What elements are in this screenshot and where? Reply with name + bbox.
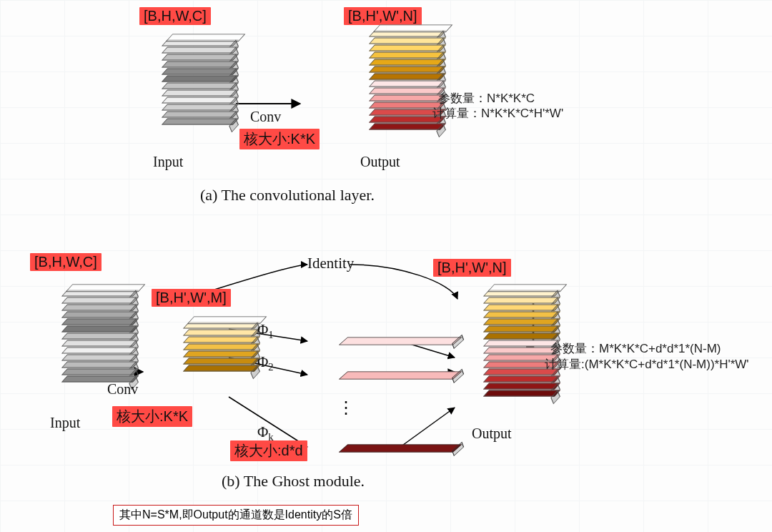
a-input-shape: [B,H,W,C] <box>139 7 211 25</box>
b-flops: 计算量:(M*K*K*C+d*d*1*(N-M))*H'*W' <box>545 356 749 373</box>
b-dots: ⋮ <box>337 398 355 418</box>
a-kernel-label: 核大小:K*K <box>239 129 320 149</box>
b-input-shape: [B,H,W,C] <box>30 253 102 271</box>
b-output-shape: [B,H',W',N] <box>433 259 511 277</box>
b-mid-shape: [B,H',W',M] <box>152 289 231 307</box>
b-input-caption: Input <box>50 415 80 431</box>
b-identity-label: Identity <box>307 255 354 272</box>
b-phi1: Φ1 <box>257 321 274 341</box>
b-note: 其中N=S*M,即Output的通道数是Identity的S倍 <box>113 505 359 526</box>
b-plate-k <box>339 444 462 452</box>
a-params: 参数量：N*K*K*C <box>438 90 535 107</box>
b-phi2: Φ2 <box>257 353 274 373</box>
a-output-shape: [B,H',W',N] <box>344 7 422 25</box>
a-flops: 计算量：N*K*K*C*H'*W' <box>432 105 563 122</box>
a-caption: (a) The convolutional layer. <box>200 186 375 205</box>
b-kernel-label: 核大小:K*K <box>112 406 192 427</box>
b-params: 参数量：M*K*K*C+d*d*1*(N-M) <box>550 340 721 357</box>
b-plate-2 <box>339 371 462 379</box>
b-cheap-kernel-label: 核大小:d*d <box>230 440 307 461</box>
b-conv-label: Conv <box>107 381 138 398</box>
b-caption: (b) The Ghost module. <box>222 472 365 491</box>
a-conv-label: Conv <box>250 109 281 125</box>
svg-line-7 <box>400 408 455 447</box>
b-output-caption: Output <box>472 425 512 442</box>
a-input-caption: Input <box>153 154 183 170</box>
a-output-caption: Output <box>360 154 400 170</box>
b-plate-1 <box>339 337 462 345</box>
